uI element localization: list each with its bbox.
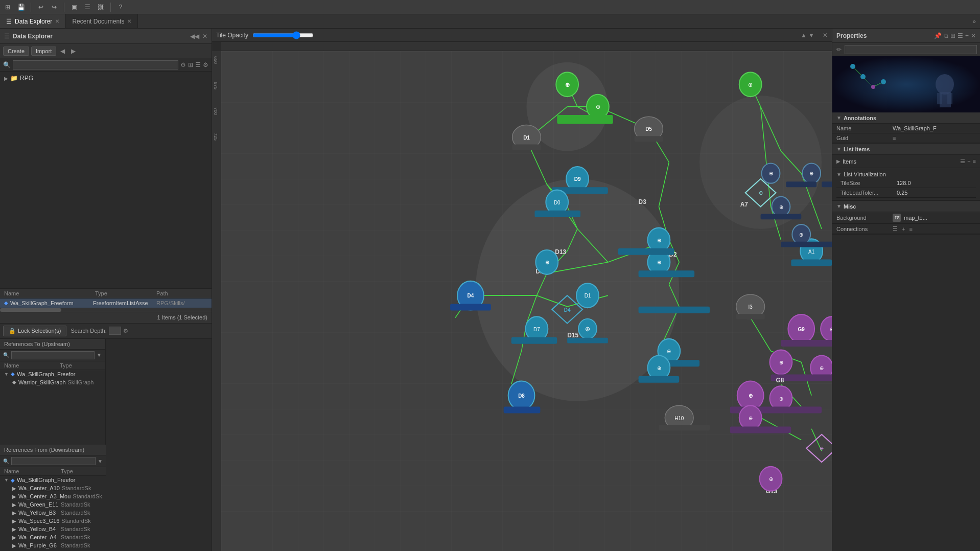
blue-bar-2[interactable] [639,270,695,277]
search-depth-settings[interactable]: ⚙ [123,328,128,334]
list-item[interactable]: ▶ Wa_Yellow_B4 StandardSk [0,525,106,533]
h10-bar[interactable] [659,425,710,430]
lock-button[interactable]: 🔒 Lock Selection(s) [3,326,66,336]
items-menu-btn[interactable]: ≡ [973,158,976,165]
list-item[interactable]: ▶ Wa_Yellow_B3 StandardSk [0,509,106,517]
tab-recent-documents[interactable]: Recent Documents ✕ [66,14,138,28]
scrollbar-thumb[interactable] [0,308,61,312]
ref-downstream-search-input[interactable] [11,457,96,465]
data-row[interactable]: ◆ Wa_SkillGraph_Freeform FreeformItemLis… [0,299,212,308]
tab-recent-documents-close[interactable]: ✕ [127,18,131,24]
ref-down-search-icon: 🔍 [3,458,9,464]
a1-bar[interactable] [791,260,832,266]
connections-menu-btn[interactable]: ≡ [909,226,912,232]
help-icon[interactable]: ? [116,3,125,12]
blue-r-bar-2[interactable] [639,376,680,383]
blue-bar-1[interactable] [618,248,674,255]
props-add-icon[interactable]: + [965,32,969,39]
view-list-icon[interactable]: ☰ [195,61,201,68]
search-depth-input[interactable]: 2 [109,327,121,335]
box-icon[interactable]: ▣ [69,3,79,12]
background-row: Background 🗺 map_te... [832,212,980,224]
props-close-icon[interactable]: ✕ [971,32,976,39]
import-button[interactable]: Import [31,47,56,56]
list-item[interactable]: ▶ Wa_Purple_G6 StandardSk [0,541,106,549]
annotations-header[interactable]: ▼ Annotations [832,112,980,124]
ref-upstream-col-name: Name [4,362,60,369]
items-add-btn[interactable]: + [967,158,970,165]
opacity-slider[interactable] [252,31,314,39]
list-virt-header[interactable]: ▼ List Virtualization [836,170,976,178]
filter-icon[interactable]: ⚙ [180,61,186,68]
right-bar-1[interactable] [786,181,816,187]
list-item[interactable]: ▶ Wa_Center_A3_Mou StandardSk [0,492,106,500]
view-grid-icon[interactable]: ⊞ [188,61,193,68]
tab-data-explorer-close[interactable]: ✕ [55,18,59,24]
props-search-input[interactable] [845,45,977,54]
ref-upstream-search-input[interactable] [11,351,95,359]
center-canvas[interactable]: Tile Opacity ▲ ▼ ✕ 475 500 525 550 575 6… [212,29,832,551]
ref-upstream-child-1[interactable]: ◆ Warrior_SkillGraph SkillGraph [0,378,105,386]
list-icon[interactable]: ☰ [83,3,92,12]
purple-bar-1[interactable] [781,340,832,347]
undo-icon[interactable]: ↩ [36,3,45,12]
left-panel-close[interactable]: ✕ [202,33,207,40]
props-pin-icon[interactable]: 📌 [934,32,942,39]
tab-data-explorer[interactable]: ☰ Data Explorer ✕ [0,14,66,28]
list-item[interactable]: ▶ Wa_Center_A4 StandardSk [0,533,106,541]
blue-plus-bar[interactable] [567,338,608,343]
g3-bar[interactable] [730,427,791,433]
d5-bar[interactable] [635,136,663,142]
grid-icon[interactable]: ⊞ [3,3,12,12]
back-button[interactable]: ◀ [58,47,67,56]
horizontal-scrollbar[interactable] [0,308,212,312]
list-items-header[interactable]: ▼ List Items [832,144,980,155]
ref-upstream-parent[interactable]: ▼ ◆ Wa_SkillGraph_Freefor [0,370,105,378]
list-item[interactable]: ▶ Wa_Spec3_G16 StandardSk [0,517,106,525]
d7-bar[interactable] [511,337,557,344]
list-item[interactable]: ▶ Wa_Green_E11 StandardSk [0,500,106,509]
d0-bar[interactable] [534,211,580,217]
ref-downstream-filter[interactable]: ▼ [98,458,103,464]
i3-bar[interactable] [736,314,765,319]
d8-bar[interactable] [504,406,541,413]
tree-item-rpg[interactable]: ▶ 📁 RPG [0,74,212,83]
search-input[interactable] [13,60,178,70]
connections-list-icon[interactable]: ☰ [893,225,898,232]
tile-load-label: TileLoadToler... [841,190,897,196]
canvas-expand-btn[interactable]: ▲ ▼ [801,32,814,39]
redo-icon[interactable]: ↪ [50,3,59,12]
ref-upstream-filter[interactable]: ▼ [97,352,102,358]
props-list-icon[interactable]: ☰ [958,32,963,39]
d4-label: D4 [564,307,571,312]
purple-nodes[interactable]: G9 ⊕ ⊕ ⊕ ⊕ G8 ⊕ ⊕ [730,314,832,495]
purple-diamond[interactable] [806,434,832,462]
misc-header[interactable]: ▼ Misc [832,201,980,212]
image-icon[interactable]: 🖼 [96,3,105,12]
skill-graph[interactable]: ⊕ ⊕ ⊕ D1 D5 [221,51,832,551]
items-expand-arrow[interactable]: ▶ [836,158,841,164]
create-button[interactable]: Create [3,47,29,56]
tab-bar-expand[interactable]: » [968,18,980,25]
props-pencil-icon[interactable]: ✏ [835,45,843,54]
forward-button[interactable]: ▶ [69,47,78,56]
d1-bar[interactable] [512,145,541,150]
connections-add-btn[interactable]: + [902,226,905,232]
graph-canvas[interactable]: ⊕ ⊕ ⊕ D1 D5 [221,51,832,551]
green-bar-1[interactable] [557,115,613,124]
props-grid-icon[interactable]: ⊞ [950,32,955,39]
canvas-close[interactable]: ✕ [823,32,828,39]
blue-bar-3[interactable] [639,307,710,313]
left-panel-collapse[interactable]: ◀◀ [190,33,199,40]
mid-bar-2[interactable] [781,242,832,247]
ref-downstream-parent[interactable]: ▼ ◆ Wa_SkillGraph_Freefor [0,476,106,484]
items-list-icon[interactable]: ☰ [960,158,965,165]
list-item[interactable]: ▶ Wa_Center_A10 StandardSk [0,484,106,492]
save-icon[interactable]: 💾 [16,3,26,12]
mid-bar-1[interactable] [761,214,802,219]
settings-icon[interactable]: ⚙ [203,61,208,68]
props-copy-icon[interactable]: ⧉ [944,32,948,39]
g8-label: G8 [776,376,784,384]
right-bar-2[interactable] [822,181,832,187]
d4-bar[interactable] [450,304,491,310]
